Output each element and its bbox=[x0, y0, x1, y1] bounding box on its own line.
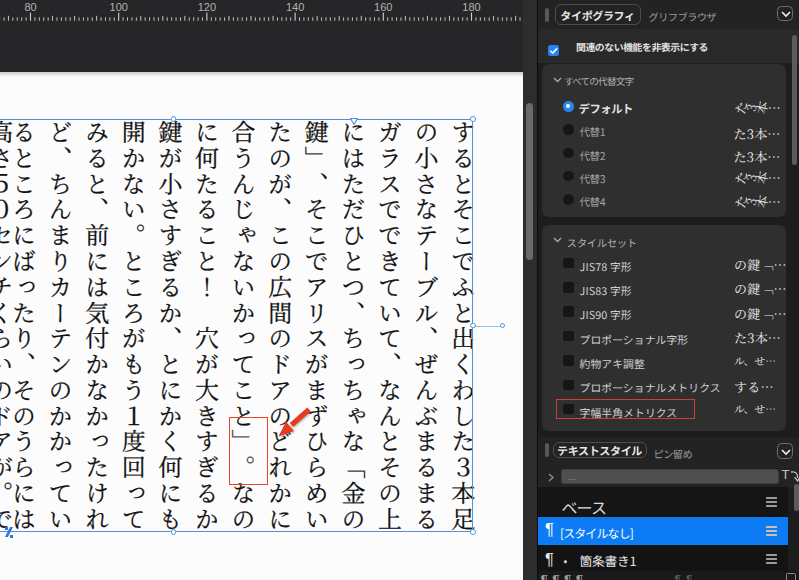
svg-text:120: 120 bbox=[198, 1, 216, 13]
svg-text:160: 160 bbox=[374, 1, 392, 13]
svg-text:140: 140 bbox=[286, 1, 304, 13]
svg-text:100: 100 bbox=[110, 1, 128, 13]
svg-text:80: 80 bbox=[24, 1, 36, 13]
svg-text:180: 180 bbox=[462, 1, 480, 13]
